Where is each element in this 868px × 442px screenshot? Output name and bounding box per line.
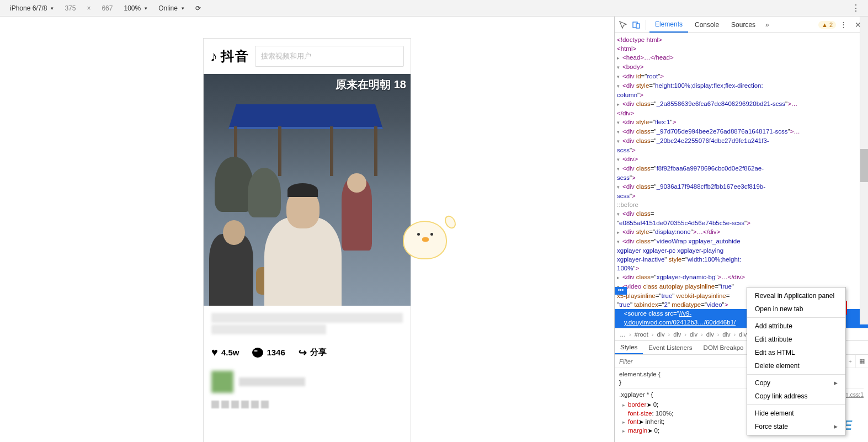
video-caption: 原来在明朝 18 [336,77,406,92]
device-viewport: ♪ 抖音 搜索视频和用户 原来在明朝 18 ♥4.5w 1346 [0,17,614,442]
zoom-selector[interactable]: 100% [118,4,153,12]
menu-edit-attribute[interactable]: Edit attribute [747,333,845,346]
app-logo[interactable]: ♪ 抖音 [210,47,249,65]
author-row[interactable] [204,365,411,398]
svg-rect-1 [636,24,640,28]
inspect-icon[interactable] [617,19,629,31]
menu-reveal-application[interactable]: Reveal in Application panel [747,289,845,302]
tab-sources[interactable]: Sources [726,17,761,33]
search-input[interactable]: 搜索视频和用户 [255,46,404,67]
menu-edit-html[interactable]: Edit as HTML [747,346,845,359]
warnings-badge[interactable]: ▲2 [818,21,836,29]
menu-copy[interactable]: Copy▶ [747,376,845,390]
menu-delete-element[interactable]: Delete element [747,359,845,372]
devtools-tabs: Elements Console Sources » ▲2 ⋮ ✕ [615,17,868,33]
tab-elements[interactable]: Elements [649,17,688,33]
logo-text: 抖音 [221,47,249,65]
devtools-scrollbar[interactable] [860,17,868,324]
throttle-selector[interactable]: Online [153,4,190,12]
tab-event-listeners[interactable]: Event Listeners [643,340,697,354]
like-button[interactable]: ♥4.5w [211,346,239,359]
tab-styles[interactable]: Styles [615,340,643,354]
thumb-icon[interactable]: ▦ [855,355,868,368]
tab-dom-breakpoints[interactable]: DOM Breakpo [698,340,749,354]
menu-add-attribute[interactable]: Add attribute [747,319,845,333]
pixel-row [204,398,411,416]
share-button[interactable]: ↪分享 [299,347,327,359]
tab-console[interactable]: Console [689,17,725,33]
author-name [239,377,305,386]
app-header: ♪ 抖音 搜索视频和用户 [204,39,411,74]
rotate-icon[interactable]: ⟳ [190,4,206,12]
more-tabs-icon[interactable]: » [762,21,773,29]
device-selector[interactable]: iPhone 6/7/8 [4,4,59,12]
share-icon: ↪ [299,347,307,359]
phone-screen: ♪ 抖音 搜索视频和用户 原来在明朝 18 ♥4.5w 1346 [204,39,411,442]
menu-copy-link[interactable]: Copy link address [747,390,845,403]
viewport-height[interactable]: 667 [96,4,118,12]
logo-note-icon: ♪ [210,48,217,65]
dimension-sep: × [81,4,96,12]
selection-indicator: ••• [615,287,627,295]
menu-hide-element[interactable]: Hide element [747,407,845,420]
loading-mascot [397,210,452,259]
video-player[interactable]: 原来在明朝 18 [204,74,411,306]
context-menu: Reveal in Application panel Open in new … [747,287,846,435]
like-count: 4.5w [221,348,239,357]
share-label: 分享 [310,347,327,358]
video-description [204,306,411,342]
device-toggle-icon[interactable] [630,19,642,31]
comment-button[interactable]: 1346 [252,348,285,358]
device-toolbar: iPhone 6/7/8 375 × 667 100% Online ⟳ ⋮ [0,0,868,17]
toolbar-more-icon[interactable]: ⋮ [848,3,864,13]
add-rule-button[interactable]: + [845,355,855,368]
viewport-width[interactable]: 375 [59,4,81,12]
comment-count: 1346 [267,348,285,357]
comment-icon [252,348,263,358]
menu-open-new-tab[interactable]: Open in new tab [747,302,845,316]
heart-icon: ♥ [211,346,218,359]
action-bar: ♥4.5w 1346 ↪分享 [204,342,411,365]
menu-force-state[interactable]: Force state▶ [747,420,845,433]
avatar [211,371,233,393]
dom-tree[interactable]: <!doctype html> <html> <head>…</head> <b… [615,33,868,328]
settings-icon[interactable]: ⋮ [837,19,849,31]
